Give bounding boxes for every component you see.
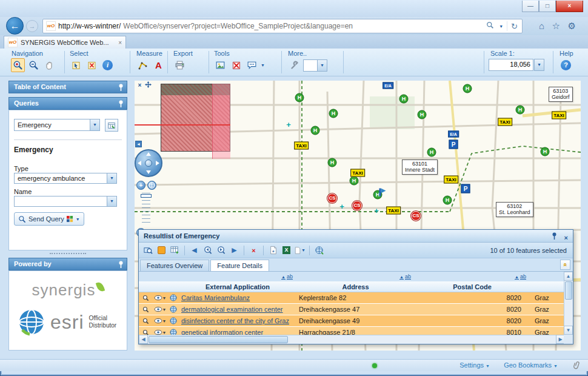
map-marker-hospital[interactable]: H: [516, 106, 525, 115]
send-to-map-globe-icon[interactable]: [313, 244, 325, 256]
vertical-scrollbar[interactable]: ▲ ▼: [564, 272, 573, 335]
chevron-down-icon[interactable]: ▼: [107, 173, 117, 184]
map-marker-hospital[interactable]: H: [541, 147, 550, 156]
map-marker-cross[interactable]: +: [286, 120, 291, 129]
resultlist-header[interactable]: Resultlist of Emergency ×: [139, 230, 573, 243]
pan-north-icon[interactable]: [146, 152, 151, 156]
export-excel-icon[interactable]: X: [281, 244, 292, 256]
pin-icon[interactable]: [552, 232, 557, 244]
comment-balloon-icon[interactable]: [245, 58, 259, 72]
column-header-application[interactable]: External Application: [205, 283, 270, 290]
map-marker-flag[interactable]: [379, 189, 381, 196]
map-marker-hospital[interactable]: H: [311, 126, 320, 135]
row-globe-icon[interactable]: [170, 306, 177, 313]
more-tools-select[interactable]: ▼: [303, 59, 327, 72]
search-icon[interactable]: [485, 21, 495, 31]
zoom-in-icon[interactable]: [11, 58, 25, 72]
tab-feature-details[interactable]: Feature Details: [210, 260, 269, 271]
tools-dropdown-icon[interactable]: ▼: [261, 63, 265, 67]
back-button[interactable]: ←: [6, 17, 24, 35]
zoom-slider-thumb[interactable]: [141, 194, 152, 198]
maximize-button[interactable]: □: [539, 1, 556, 12]
row-eye-icon[interactable]: ▼: [154, 329, 167, 335]
forward-button[interactable]: →: [26, 20, 38, 32]
pan-south-icon[interactable]: [146, 170, 151, 174]
row-zoom-icon[interactable]: [142, 329, 149, 335]
map-marker-taxi[interactable]: TAXI: [552, 112, 566, 119]
tab-close-icon[interactable]: ×: [118, 39, 122, 46]
zoom-next-icon[interactable]: [215, 244, 227, 256]
map-marker-taxi[interactable]: TAXI: [498, 118, 512, 126]
nav-minimize-button[interactable]: ◄: [135, 141, 142, 147]
map-marker-hospital[interactable]: H: [443, 196, 452, 205]
map-marker-hospital[interactable]: H: [350, 176, 359, 186]
map-marker-hospital[interactable]: H: [328, 158, 337, 167]
export-options-icon[interactable]: ▼: [294, 244, 306, 256]
table-row[interactable]: ▼ Caritas Marieambulanz Keplerstraße 82 …: [139, 292, 565, 304]
address-bar[interactable]: wO http://w-ws-wintner/ WebOffice/synser…: [42, 19, 523, 33]
close-icon[interactable]: ×: [564, 232, 568, 244]
queries-panel-header[interactable]: Queries: [8, 97, 127, 110]
name-input[interactable]: ▼: [14, 196, 117, 207]
table-row[interactable]: ▼ dermatological examination center Drei…: [139, 304, 565, 315]
zoom-previous-icon[interactable]: [202, 244, 213, 256]
pan-east-icon[interactable]: [156, 161, 159, 166]
toc-panel-header[interactable]: Table of Content: [8, 81, 127, 93]
highlight-selection-icon[interactable]: [156, 244, 167, 256]
send-query-button[interactable]: Send Query ▼: [14, 212, 84, 226]
map-marker-ea[interactable]: E/A: [448, 131, 459, 138]
map-marker-hospital[interactable]: H: [329, 109, 338, 118]
tab-features-overview[interactable]: Features Overview: [140, 260, 209, 271]
row-eye-icon[interactable]: ▼: [154, 318, 167, 324]
minimize-button[interactable]: —: [522, 1, 539, 12]
scale-dropdown-icon[interactable]: ▼: [534, 59, 544, 71]
overview-close-icon[interactable]: ×: [136, 81, 144, 89]
chevron-down-icon[interactable]: ▼: [317, 59, 327, 72]
scroll-left-icon[interactable]: ◀: [139, 335, 148, 344]
select-features-icon[interactable]: [69, 58, 83, 72]
table-row[interactable]: ▼ genetical information center Harrachga…: [139, 327, 565, 335]
home-icon[interactable]: ⌂: [539, 21, 544, 31]
pan-hand-icon[interactable]: [42, 58, 56, 72]
map-marker-cs[interactable]: CS: [327, 193, 337, 203]
scrollbar-thumb[interactable]: [565, 281, 572, 300]
add-to-table-icon[interactable]: [169, 244, 181, 256]
scale-input[interactable]: 18,056: [489, 59, 533, 71]
column-header-postal[interactable]: Postal Code: [453, 283, 492, 290]
map-marker-taxi[interactable]: TAXI: [444, 176, 458, 184]
pan-wheel[interactable]: [135, 149, 162, 177]
pan-center-icon[interactable]: [145, 159, 152, 167]
query-manager-button[interactable]: [105, 119, 118, 132]
zoom-plus-button[interactable]: +: [136, 181, 145, 190]
chevron-down-icon[interactable]: ▼: [107, 196, 117, 207]
identify-info-icon[interactable]: i: [101, 58, 115, 72]
address-dropdown-icon[interactable]: ▼: [498, 24, 504, 29]
zoom-to-selection-icon[interactable]: [142, 244, 154, 256]
map-marker-parking[interactable]: P: [449, 140, 458, 149]
powered-by-header[interactable]: Powered by: [8, 258, 127, 270]
map-marker-hospital[interactable]: H: [427, 148, 436, 157]
browser-tab[interactable]: wO SYNERGIS WebOffice Web... ×: [4, 36, 126, 49]
paperclip-icon[interactable]: [573, 361, 581, 371]
full-extent-globe-button[interactable]: [147, 181, 156, 190]
zoom-out-icon[interactable]: [27, 58, 41, 72]
map-marker-hospital[interactable]: H: [295, 93, 304, 102]
scroll-down-icon[interactable]: ▼: [564, 326, 573, 335]
help-icon[interactable]: ?: [559, 58, 573, 72]
row-globe-icon[interactable]: [170, 294, 177, 301]
map-marker-cs[interactable]: CS: [411, 211, 421, 221]
snapshot-image-icon[interactable]: [213, 58, 227, 72]
row-link-external-application[interactable]: disinfection center of the city of Graz: [179, 317, 296, 324]
query-select[interactable]: Emergency ▼: [14, 119, 100, 131]
export-html-icon[interactable]: e: [267, 244, 279, 256]
row-eye-icon[interactable]: ▼: [154, 306, 167, 312]
row-link-external-application[interactable]: genetical information center: [179, 329, 296, 335]
pin-icon[interactable]: [118, 84, 124, 95]
text-label-icon[interactable]: A: [152, 58, 165, 72]
favorites-star-icon[interactable]: ☆: [552, 21, 560, 32]
row-eye-icon[interactable]: ▼: [154, 295, 167, 301]
close-button[interactable]: ×: [556, 1, 583, 12]
last-record-icon[interactable]: ▶: [229, 244, 240, 256]
chevron-down-icon[interactable]: ▼: [76, 217, 80, 221]
zoom-slider[interactable]: [142, 193, 150, 226]
